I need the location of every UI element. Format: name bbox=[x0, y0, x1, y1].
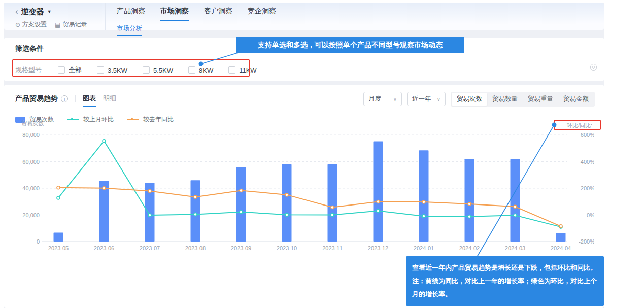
left-axis-tick: 80,000 bbox=[22, 132, 40, 138]
line-series-1[interactable] bbox=[58, 188, 561, 226]
left-axis-tick: 40,000 bbox=[22, 185, 40, 191]
plan-settings-label: 方案设置 bbox=[22, 20, 47, 29]
left-axis-tick: 20,000 bbox=[22, 212, 40, 218]
page: ‹ 逆变器 ▼ ⊙ 方案设置 ▤ 贸易记录 产品洞察 市场洞察 客户洞察 竞 bbox=[0, 0, 644, 308]
x-axis-label: 2023-08 bbox=[185, 245, 206, 251]
filter-annotation-tooltip: 支持单选和多选，可以按照单个产品不同型号观察市场动态 bbox=[236, 37, 464, 53]
bar-2023-12[interactable] bbox=[374, 142, 383, 242]
checkbox-all[interactable]: 全部 bbox=[58, 65, 82, 75]
checkbox-box[interactable] bbox=[97, 66, 104, 74]
checkbox-8kw[interactable]: 8KW bbox=[188, 66, 213, 74]
range-select[interactable]: 近一年 ∨ bbox=[407, 92, 446, 106]
gear-icon: ⊙ bbox=[15, 21, 20, 28]
point-较去年同比-2023-08[interactable] bbox=[194, 195, 197, 198]
point-较上月环比-2023-12[interactable] bbox=[377, 210, 380, 213]
point-较上月环比-2024-02[interactable] bbox=[468, 215, 471, 218]
point-较上月环比-2023-09[interactable] bbox=[240, 211, 243, 214]
right-axis-tick: 0% bbox=[587, 212, 594, 218]
trend-title: 产品贸易趋势 bbox=[15, 94, 58, 104]
product-title[interactable]: 逆变器 bbox=[21, 7, 44, 17]
view-tab-chart[interactable]: 图表 bbox=[83, 94, 96, 107]
range-select-value: 近一年 bbox=[412, 95, 431, 104]
point-较去年同比-2024-01[interactable] bbox=[422, 200, 425, 203]
point-较去年同比-2023-10[interactable] bbox=[285, 193, 288, 196]
point-较去年同比-2023-11[interactable] bbox=[331, 206, 334, 209]
back-icon[interactable]: ‹ bbox=[15, 7, 18, 17]
metric-trade-count[interactable]: 贸易次数 bbox=[452, 93, 487, 106]
x-axis-label: 2024-03 bbox=[505, 245, 525, 251]
bar-2024-04[interactable] bbox=[556, 233, 566, 242]
point-较上月环比-2024-01[interactable] bbox=[422, 215, 425, 218]
point-较去年同比-2023-09[interactable] bbox=[240, 189, 243, 192]
bar-2024-01[interactable] bbox=[419, 150, 429, 242]
checkbox-11kw[interactable]: 11KW bbox=[228, 66, 256, 74]
caret-down-icon[interactable]: ▼ bbox=[47, 9, 52, 14]
filter-settings-icon[interactable] bbox=[590, 64, 597, 71]
bar-2024-02[interactable] bbox=[465, 159, 474, 242]
point-较上月环比-2024-03[interactable] bbox=[514, 214, 517, 217]
trend-chart[interactable]: 80,000600%60,000400%40,000200%20,0000%0-… bbox=[14, 115, 594, 253]
main-nav: 产品洞察 市场洞察 客户洞察 竞企洞察 市场分析 bbox=[106, 3, 604, 30]
view-tab-detail[interactable]: 明细 bbox=[103, 94, 116, 107]
period-select-value: 月度 bbox=[368, 95, 381, 104]
chevron-down-icon: ∨ bbox=[437, 96, 440, 102]
x-axis-label: 2023-07 bbox=[140, 245, 160, 251]
product-switcher-area: ‹ 逆变器 ▼ ⊙ 方案设置 ▤ 贸易记录 bbox=[4, 3, 106, 30]
period-select[interactable]: 月度 ∨ bbox=[363, 92, 402, 106]
x-axis-label: 2023-09 bbox=[231, 245, 251, 251]
point-较去年同比-2024-04[interactable] bbox=[559, 225, 562, 228]
plan-settings-link[interactable]: ⊙ 方案设置 bbox=[15, 20, 47, 29]
checkbox-3-5kw[interactable]: 3.5KW bbox=[97, 66, 127, 74]
x-axis-label: 2024-04 bbox=[551, 245, 571, 251]
bar-2024-03[interactable] bbox=[511, 159, 520, 242]
point-较去年同比-2024-03[interactable] bbox=[514, 205, 517, 208]
checkbox-label: 3.5KW bbox=[108, 66, 127, 74]
metric-trade-weight[interactable]: 贸易重量 bbox=[523, 93, 558, 106]
bar-2023-10[interactable] bbox=[282, 164, 292, 242]
point-较去年同比-2024-02[interactable] bbox=[468, 202, 471, 206]
bar-2023-11[interactable] bbox=[328, 164, 337, 242]
bar-2023-09[interactable] bbox=[236, 167, 246, 242]
info-icon[interactable]: i bbox=[61, 95, 68, 102]
tab-competitor-insight[interactable]: 竞企洞察 bbox=[248, 7, 276, 21]
x-axis-label: 2023-06 bbox=[94, 245, 114, 251]
point-较去年同比-2023-06[interactable] bbox=[103, 187, 106, 190]
checkbox-box[interactable] bbox=[143, 66, 150, 74]
point-较上月环比-2023-07[interactable] bbox=[148, 214, 151, 217]
x-axis-label: 2023-11 bbox=[322, 245, 343, 251]
top-header: ‹ 逆变器 ▼ ⊙ 方案设置 ▤ 贸易记录 产品洞察 市场洞察 客户洞察 竞 bbox=[4, 3, 604, 30]
point-较去年同比-2023-07[interactable] bbox=[148, 190, 151, 193]
point-较去年同比-2023-05[interactable] bbox=[57, 186, 60, 189]
point-较上月环比-2023-10[interactable] bbox=[285, 213, 288, 216]
tab-product-insight[interactable]: 产品洞察 bbox=[117, 7, 145, 21]
document-icon: ▤ bbox=[55, 21, 60, 28]
metric-trade-amount[interactable]: 贸易金额 bbox=[558, 93, 594, 106]
point-较上月环比-2023-05[interactable] bbox=[57, 196, 60, 199]
point-较上月环比-2023-08[interactable] bbox=[194, 213, 197, 216]
tab-market-insight[interactable]: 市场洞察 bbox=[160, 7, 189, 21]
line-series-0[interactable] bbox=[58, 141, 561, 227]
bar-2023-05[interactable] bbox=[54, 232, 63, 242]
checkbox-box[interactable] bbox=[228, 66, 235, 74]
point-较去年同比-2023-12[interactable] bbox=[377, 200, 380, 203]
checkbox-box[interactable] bbox=[188, 66, 195, 74]
x-axis-label: 2023-12 bbox=[368, 245, 388, 251]
trade-records-link[interactable]: ▤ 贸易记录 bbox=[55, 20, 87, 29]
point-较上月环比-2023-11[interactable] bbox=[331, 214, 334, 217]
right-axis-tick: -200% bbox=[579, 238, 594, 245]
point-较上月环比-2023-06[interactable] bbox=[103, 140, 106, 143]
checkbox-label: 全部 bbox=[69, 65, 82, 75]
metric-trade-quantity[interactable]: 贸易数量 bbox=[487, 93, 523, 106]
tab-customer-insight[interactable]: 客户洞察 bbox=[204, 7, 232, 21]
left-axis-tick: 60,000 bbox=[22, 159, 40, 165]
checkbox-5-5kw[interactable]: 5.5KW bbox=[143, 66, 173, 74]
trade-records-label: 贸易记录 bbox=[62, 20, 87, 29]
x-axis-label: 2024-01 bbox=[414, 245, 434, 251]
right-axis-tick: 400% bbox=[581, 159, 594, 165]
bar-2023-08[interactable] bbox=[191, 180, 200, 242]
checkbox-box[interactable] bbox=[58, 66, 65, 74]
left-axis-title: 贸易次数 bbox=[21, 120, 44, 126]
right-axis-tick: 600% bbox=[581, 132, 594, 138]
divider bbox=[75, 95, 76, 102]
subnav-market-analysis[interactable]: 市场分析 bbox=[117, 24, 142, 36]
